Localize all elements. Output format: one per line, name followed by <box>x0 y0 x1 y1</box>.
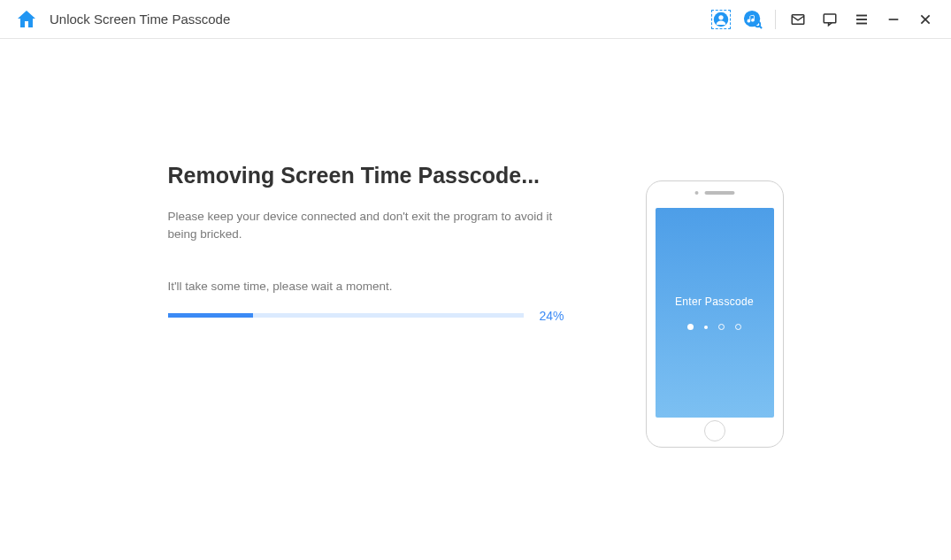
close-icon[interactable] <box>916 10 935 29</box>
header-left: Unlock Screen Time Passcode <box>16 9 230 30</box>
passcode-dots <box>687 324 741 330</box>
header: Unlock Screen Time Passcode <box>0 0 951 39</box>
phone-screen-label: Enter Passcode <box>675 295 754 308</box>
progress-section: Removing Screen Time Passcode... Please … <box>168 163 575 448</box>
phone-speaker-grill <box>704 191 734 195</box>
main-heading: Removing Screen Time Passcode... <box>168 163 575 188</box>
progress-row: 24% <box>168 309 575 323</box>
passcode-dot <box>735 324 741 330</box>
phone-camera-dot <box>694 191 698 195</box>
toolbar-divider <box>775 10 776 29</box>
phone-frame: Enter Passcode <box>646 180 784 448</box>
header-right <box>711 10 935 29</box>
progress-percent: 24% <box>540 309 575 323</box>
mail-icon[interactable] <box>788 10 808 29</box>
menu-icon[interactable] <box>852 10 871 29</box>
passcode-dot <box>718 324 725 330</box>
svg-line-4 <box>759 26 762 28</box>
music-search-icon[interactable] <box>743 10 763 29</box>
phone-speaker <box>694 191 734 195</box>
svg-point-2 <box>744 10 760 26</box>
account-icon[interactable] <box>711 10 731 29</box>
warning-text: Please keep your device connected and do… <box>168 208 575 244</box>
passcode-dot <box>687 324 694 330</box>
main-content: Removing Screen Time Passcode... Please … <box>0 39 951 448</box>
page-title: Unlock Screen Time Passcode <box>50 12 230 27</box>
phone-home-button <box>704 420 725 441</box>
progress-bar <box>168 313 524 318</box>
minimize-icon[interactable] <box>884 10 903 29</box>
progress-fill <box>168 313 253 318</box>
svg-rect-6 <box>824 14 836 23</box>
phone-screen: Enter Passcode <box>656 208 774 418</box>
feedback-icon[interactable] <box>820 10 840 29</box>
wait-text: It'll take some time, please wait a mome… <box>168 280 575 293</box>
passcode-dot <box>704 326 708 329</box>
svg-point-1 <box>718 15 723 19</box>
phone-illustration-section: Enter Passcode <box>646 163 784 448</box>
home-icon[interactable] <box>16 9 37 30</box>
